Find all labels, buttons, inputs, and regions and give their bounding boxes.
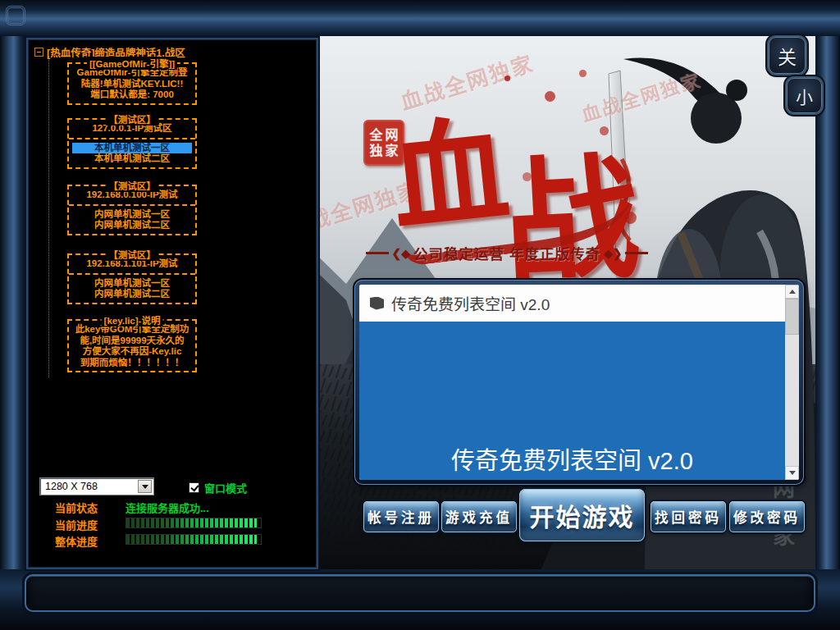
list-panel-watermark-text: 传奇免费列表空间 v2.0 bbox=[359, 441, 785, 476]
server-group-title[interactable]: 【测试区】 bbox=[106, 112, 158, 126]
server-group-line[interactable]: 端口默认都是: 7000 bbox=[71, 89, 194, 101]
server-item[interactable]: 内网单机测试二区 bbox=[71, 220, 194, 231]
server-item[interactable]: 本机单机测试二区 bbox=[71, 153, 194, 165]
scrollbar[interactable] bbox=[785, 285, 799, 480]
tree-connector-line bbox=[48, 56, 49, 377]
server-list-panel: [热血传奇]缔造品牌神话1.战区 [[GameOfMir-引擎]] GameOf… bbox=[28, 39, 317, 568]
progress-fill bbox=[126, 518, 257, 527]
flag-icon bbox=[370, 297, 384, 310]
scroll-up-button[interactable] bbox=[785, 285, 799, 299]
server-item[interactable]: 内网单机测试二区 bbox=[71, 289, 194, 300]
recharge-button[interactable]: 游戏充值 bbox=[441, 501, 517, 532]
minimize-button[interactable]: 小 bbox=[787, 78, 822, 113]
register-account-button[interactable]: 帐号注册 bbox=[363, 501, 439, 532]
server-group-test-3: 【测试区】 192.168.1.101-IP测试 内网单机测试一区 内网单机测试… bbox=[67, 253, 197, 304]
list-panel-title: 传奇免费列表空间 v2.0 bbox=[391, 292, 550, 314]
tagline-decor-right: ◆❯ bbox=[604, 247, 623, 260]
overall-progress-label: 整体进度 bbox=[55, 533, 98, 549]
server-list-window: 传奇免费列表空间 v2.0 传奇免费列表空间 v2.0 bbox=[354, 280, 804, 485]
server-group-line[interactable]: 陆器!单机测试KEY.LIC!! bbox=[71, 79, 194, 90]
list-panel-inner: 传奇免费列表空间 v2.0 传奇免费列表空间 v2.0 bbox=[359, 285, 799, 480]
list-panel-body: 传奇免费列表空间 v2.0 bbox=[359, 322, 785, 480]
resolution-select[interactable]: 1280 X 768 bbox=[39, 477, 154, 495]
group-divider bbox=[69, 138, 195, 139]
server-group-engine: [[GameOfMir-引擎]] GameOfMir-引擎全定制登 陆器!单机测… bbox=[67, 62, 197, 105]
combo-dropdown-button[interactable] bbox=[138, 480, 152, 493]
server-group-test-1: 【测试区】 127.0.0.1-IP测试区 本机单机测试一区 本机单机测试二区 bbox=[67, 118, 197, 169]
collapse-icon[interactable] bbox=[34, 48, 43, 57]
triangle-up-icon bbox=[789, 290, 796, 294]
bottom-status-bar bbox=[25, 574, 815, 612]
window-frame-right bbox=[815, 36, 840, 569]
tagline: ❮◆ 公司稳定运营 年度正版传奇 ◆❯ bbox=[359, 243, 655, 263]
server-group-title[interactable]: 【测试区】 bbox=[106, 179, 158, 192]
tagline-rule bbox=[366, 252, 389, 254]
overall-progress-bar bbox=[126, 534, 262, 545]
change-password-button[interactable]: 修改密码 bbox=[729, 501, 805, 532]
start-game-button[interactable]: 开始游戏 bbox=[519, 489, 645, 541]
tagline-decor-left: ❮◆ bbox=[392, 247, 411, 260]
list-panel-header: 传奇免费列表空间 v2.0 bbox=[359, 285, 785, 322]
group-divider bbox=[69, 204, 195, 206]
corner-ornament bbox=[6, 6, 25, 25]
progress-fill bbox=[126, 535, 257, 544]
server-group-title[interactable]: [key.lic]-说明 bbox=[102, 313, 163, 326]
server-group-keylic: [key.lic]-说明 此key带GOM引擎全定制功 能,时间是99999天永… bbox=[67, 319, 197, 372]
window-mode-option[interactable]: 窗口模式 bbox=[189, 480, 247, 495]
server-item[interactable]: 本机单机测试一区 bbox=[72, 143, 192, 154]
server-group-line[interactable]: 方便大家不再因-Key.lic bbox=[71, 346, 194, 358]
server-group-title[interactable]: 【测试区】 bbox=[106, 248, 158, 261]
tagline-text: 公司稳定运营 年度正版传奇 bbox=[413, 243, 600, 263]
server-group-title[interactable]: [[GameOfMir-引擎]] bbox=[87, 57, 177, 70]
server-group-test-2: 【测试区】 192.168.0.100-IP测试 内网单机测试一区 内网单机测试… bbox=[67, 185, 197, 235]
tagline-rule bbox=[625, 252, 648, 254]
ink-splatter bbox=[504, 75, 510, 81]
scroll-down-button[interactable] bbox=[785, 466, 799, 480]
server-item[interactable]: 内网单机测试一区 bbox=[71, 278, 194, 290]
close-button[interactable]: 关 bbox=[769, 37, 806, 74]
window-frame-top bbox=[0, 0, 840, 36]
server-group-line[interactable]: 到期而烦恼！！！！！！ bbox=[71, 358, 194, 369]
triangle-down-icon bbox=[789, 471, 796, 475]
state-value: 连接服务器成功... bbox=[126, 500, 209, 515]
state-label: 当前状态 bbox=[55, 500, 98, 515]
recover-password-button[interactable]: 找回密码 bbox=[651, 501, 726, 532]
window-mode-label: 窗口模式 bbox=[204, 480, 247, 495]
group-divider bbox=[69, 273, 195, 275]
server-group-line[interactable]: 能,时间是99999天永久的 bbox=[71, 336, 194, 347]
current-progress-bar bbox=[126, 518, 262, 528]
scrollbar-thumb[interactable] bbox=[785, 299, 799, 335]
window-frame-left bbox=[0, 36, 25, 569]
server-item[interactable]: 内网单机测试一区 bbox=[71, 209, 194, 221]
chevron-down-icon bbox=[142, 485, 148, 489]
resolution-value: 1280 X 768 bbox=[45, 481, 98, 492]
window-mode-checkbox[interactable] bbox=[189, 482, 199, 493]
launcher-window: 血战全网独家 血战全网独家 血战全网独家 血战全网独家 全网 独家 血 战 ❮◆… bbox=[0, 0, 840, 630]
current-progress-label: 当前进度 bbox=[55, 517, 98, 532]
